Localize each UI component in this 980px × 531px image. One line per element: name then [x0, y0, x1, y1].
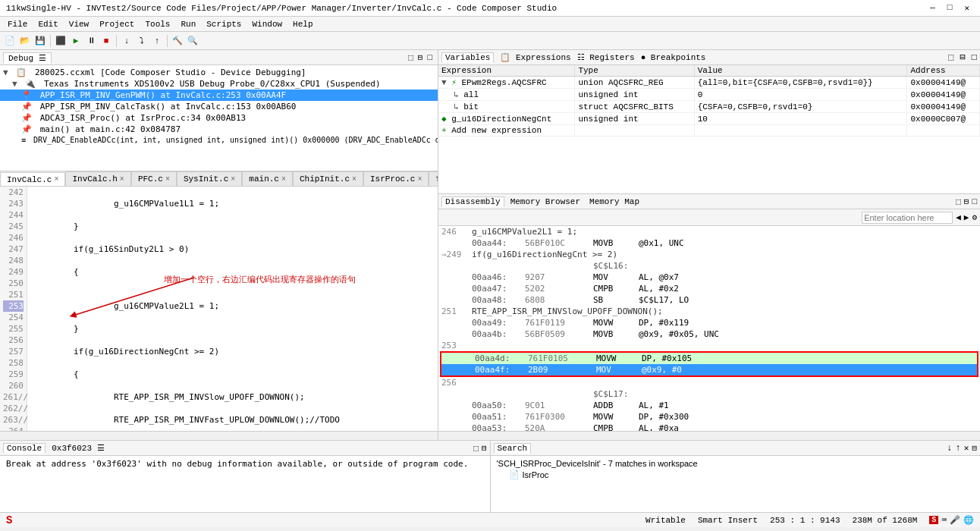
debug-tree-device[interactable]: ▼ 🔌 Texas Instruments XDS100v2 USB Debug… [0, 78, 438, 90]
debug-tree-frame4[interactable]: 📌 main() at main.c:42 0x084787 [0, 124, 438, 135]
debug-btn[interactable]: ⬛ [54, 34, 68, 48]
minimize-button[interactable]: — [925, 3, 940, 13]
tab-chipinit-c[interactable]: ChipInit.c × [293, 171, 363, 186]
disasm-hscroll[interactable] [438, 431, 980, 440]
addr-cell-2: 0x00004149@ [907, 89, 980, 101]
tab-registers[interactable]: ☷ Registers [577, 52, 635, 62]
disasm-nav-btn1[interactable]: ◀ [956, 212, 961, 222]
new-file-btn[interactable]: 📄 [3, 34, 17, 48]
var-row-1[interactable]: ▼ ⚡ EPwm2Regs.AQCSFRC union AQCSFRC_REG … [438, 77, 980, 89]
menu-scripts[interactable]: Scripts [202, 19, 246, 30]
code-editor[interactable]: 242243244245246 247248249250251 253 2542… [0, 187, 438, 431]
run-btn[interactable]: ▶ [69, 34, 83, 48]
menu-window[interactable]: Window [247, 19, 287, 30]
build-btn[interactable]: 🔨 [171, 34, 184, 48]
code-content[interactable]: g_u16CMPValue1L1 = 1; } if(g_i16SinDuty2… [27, 187, 438, 431]
save-btn[interactable]: 💾 [33, 34, 47, 48]
debug-panel-icon2[interactable]: ⊟ [416, 52, 426, 62]
tab-invcalc-c[interactable]: InvCalc.c × [0, 172, 65, 187]
debug-tree-frame5[interactable]: ≡ DRV_ADC_EnableADCc(int, int, unsigned … [0, 135, 438, 145]
menu-project[interactable]: Project [95, 19, 139, 30]
disasm-icon1[interactable]: ⚙ [972, 212, 977, 222]
var-row-3[interactable]: ↳ bit struct AQCSFRC_BITS {CSFA=0,CSFB=0… [438, 101, 980, 113]
status-writable[interactable]: Writable [645, 516, 686, 525]
maximize-button[interactable]: □ [943, 3, 957, 13]
debug-panel-icon1[interactable]: ⬚ [406, 52, 416, 62]
title-bar: 11kwSingle-HV - INVTest2/Source Code Fil… [0, 0, 980, 17]
disasm-row-aa46: 00aa46: 9207 MOV AL, @0x7 [438, 272, 980, 283]
menu-tools[interactable]: Tools [140, 19, 174, 30]
step-over-btn[interactable]: ⤵ [135, 34, 149, 48]
debug-tree-frame2[interactable]: 📌 APP_ISR_PM_INV_CalcTask() at InvCalc.c… [0, 101, 438, 112]
step-into-btn[interactable]: ↓ [120, 34, 133, 48]
close-button[interactable]: ✕ [960, 3, 974, 13]
tab-expressions[interactable]: 📋 Expressions [500, 52, 570, 62]
tab-invcalc-h[interactable]: InvCalc.h × [65, 171, 130, 186]
disasm-content[interactable]: 246 g_u16CMPValue2L1 = 1; 00aa44: 56BF01… [438, 226, 980, 431]
search-btn3[interactable]: ✕ [964, 443, 969, 453]
search-tab[interactable]: Search [494, 443, 532, 454]
tab-isrproc-c[interactable]: IsrProc.c × [363, 171, 429, 186]
vars-panel-btn1[interactable]: ⬚ [948, 52, 953, 63]
disasm-toolbar: ◀ ▶ ⚙ [438, 209, 980, 226]
toolbar-sep1 [50, 35, 51, 47]
console-subtab[interactable]: 0x3f6023 ☰ [49, 443, 107, 453]
tab-f28002x[interactable]: f28002x_syscfg.c × [429, 171, 438, 186]
tab-breakpoints[interactable]: ● Breakpoints [641, 53, 706, 62]
tab-memory-browser[interactable]: Memory Browser [507, 197, 583, 206]
var-row-2[interactable]: ↳ all unsigned int 0 0x00004149@ [438, 89, 980, 101]
disasm-row-aa53: 00aa53: 520A CMPB AL, #0xa [438, 423, 980, 431]
disasm-btn3[interactable]: □ [972, 197, 977, 206]
disasm-nav-btn2[interactable]: ▶ [964, 212, 969, 222]
code-line-242: g_u16CMPValue1L1 = 1; [33, 198, 438, 209]
debug-tab[interactable]: Debug ☰ [3, 52, 52, 64]
expr-cell-add: + Add new expression [438, 125, 575, 137]
disasm-row-aa4f: 00aa4f: 2B09 MOV @0x9, #0 [441, 364, 977, 375]
debug-panel-icon3[interactable]: □ [425, 53, 435, 62]
menu-help[interactable]: Help [288, 19, 317, 30]
tab-memory-map[interactable]: Memory Map [586, 197, 642, 206]
console-tab[interactable]: Console [3, 443, 46, 454]
disasm-row-256: 256 [438, 377, 980, 388]
type-cell-add [575, 125, 694, 137]
search-result-item[interactable]: 📄 IsrProc [497, 470, 975, 479]
search-icon[interactable]: 🔍 [186, 34, 199, 48]
menu-file[interactable]: File [3, 19, 32, 30]
debug-tree-root[interactable]: ▼ 📋 280025.ccxml [Code Composer Studio -… [0, 67, 438, 78]
tab-pfc-c[interactable]: PFC.c × [131, 171, 177, 186]
console-btn1[interactable]: ⬚ [473, 443, 479, 453]
right-panel: Variables 📋 Expressions ☷ Registers ● Br… [438, 50, 980, 440]
step-out-btn[interactable]: ↑ [150, 34, 164, 48]
debug-tree-frame3[interactable]: 📌 ADCA3_ISR_Proc() at IsrProc.c:34 0x00A… [0, 112, 438, 124]
vars-tab-bar: Variables 📋 Expressions ☷ Registers ● Br… [438, 50, 980, 65]
disasm-btn1[interactable]: ⬚ [956, 196, 961, 206]
col-expression: Expression [438, 65, 575, 77]
tab-sysinit-c[interactable]: SysInit.c × [177, 171, 242, 186]
menu-view[interactable]: View [64, 19, 93, 30]
expr-cell-4: ◆ g_u16DirectionNegCnt [438, 113, 575, 125]
debug-tree-frame1[interactable]: 📍 APP_ISR_PM_INV_GenPWM() at InvCalc.c:2… [0, 90, 438, 101]
search-btn2[interactable]: ↑ [956, 443, 961, 454]
disasm-redbox: 00aa4d: 761F0105 MOVW DP, #0x105 00aa4f:… [440, 351, 978, 377]
search-btn1[interactable]: ↓ [947, 443, 952, 454]
code-line-250: { [33, 369, 438, 380]
menu-edit[interactable]: Edit [33, 19, 62, 30]
tab-main-c[interactable]: main.c × [242, 171, 293, 186]
open-btn[interactable]: 📂 [18, 34, 32, 48]
status-insert-mode[interactable]: Smart Insert [698, 516, 758, 525]
disasm-btn2[interactable]: ⊟ [964, 196, 969, 206]
stop-btn[interactable]: ■ [99, 34, 113, 48]
vars-panel-btn3[interactable]: □ [972, 52, 977, 63]
tab-variables[interactable]: Variables [441, 52, 494, 63]
editor-hscroll[interactable] [0, 431, 438, 440]
tab-disassembly[interactable]: Disassembly [441, 196, 504, 207]
menu-run[interactable]: Run [176, 19, 200, 30]
var-row-4[interactable]: ◆ g_u16DirectionNegCnt unsigned int 10 0… [438, 113, 980, 125]
console-btn2[interactable]: ⊟ [482, 443, 487, 453]
vars-panel-btn2[interactable]: ⊟ [960, 52, 966, 63]
var-row-add[interactable]: + Add new expression [438, 125, 980, 137]
search-btn4[interactable]: ⊟ [972, 443, 977, 453]
location-input[interactable] [862, 212, 953, 224]
pause-btn[interactable]: ⏸ [84, 34, 98, 48]
line-numbers: 242243244245246 247248249250251 253 2542… [0, 187, 27, 431]
